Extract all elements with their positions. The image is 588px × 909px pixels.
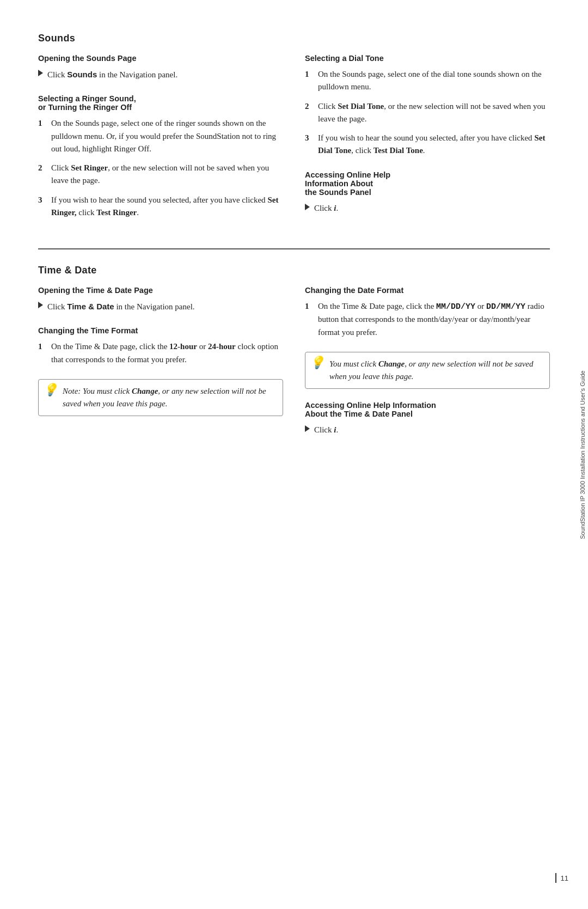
bullet-triangle [38, 70, 43, 76]
date-format-list: 1 On the Time & Date page, click the MM/… [305, 300, 550, 339]
sounds-help-triangle [305, 204, 310, 210]
ringer-sound-text-2: Click Set Ringer, or the new selection w… [51, 162, 283, 187]
dial-tone-item-3: 3 If you wish to hear the sound you sele… [305, 132, 550, 157]
ringer-sound-num-2: 2 [38, 162, 47, 174]
sounds-bold-link: Sounds [67, 70, 97, 79]
time-date-section: Time & Date Opening the Time & Date Page… [38, 265, 550, 450]
ringer-sound-block: Selecting a Ringer Sound,or Turning the … [38, 94, 283, 219]
ringer-sound-num-1: 1 [38, 117, 47, 130]
timedate-help-title: Accessing Online Help InformationAbout t… [305, 401, 550, 418]
test-dial-tone-bold: Test Dial Tone [373, 146, 423, 155]
test-ringer-bold: Test Ringer [96, 208, 137, 217]
set-dial-tone-bold: Set Dial Tone [338, 102, 384, 111]
time-format-title: Changing the Time Format [38, 326, 283, 335]
bulb-icon-left: 💡 [43, 384, 58, 396]
ringer-sound-title: Selecting a Ringer Sound,or Turning the … [38, 94, 283, 112]
dial-tone-block: Selecting a Dial Tone 1 On the Sounds pa… [305, 54, 550, 157]
opening-sounds-block: Opening the Sounds Page Click Sounds in … [38, 54, 283, 81]
time-format-text-1: On the Time & Date page, click the 12-ho… [51, 340, 283, 366]
ringer-sound-item-3: 3 If you wish to hear the sound you sele… [38, 194, 283, 219]
12-hour-bold: 12-hour [169, 342, 197, 351]
opening-timedate-triangle [38, 302, 43, 308]
time-date-bold-link: Time & Date [67, 302, 114, 311]
ringer-sound-item-1: 1 On the Sounds page, select one of the … [38, 117, 283, 155]
ringer-sound-text-1: On the Sounds page, select one of the ri… [51, 117, 283, 155]
time-format-block: Changing the Time Format 1 On the Time &… [38, 326, 283, 366]
dial-tone-num-2: 2 [305, 100, 314, 113]
timedate-help-block: Accessing Online Help InformationAbout t… [305, 401, 550, 436]
timedate-help-triangle [305, 425, 310, 432]
page-number-area: 11 [555, 873, 568, 883]
opening-timedate-block: Opening the Time & Date Page Click Time … [38, 286, 283, 313]
ringer-sound-num-3: 3 [38, 194, 47, 206]
sounds-title: Sounds [38, 33, 550, 44]
sounds-help-title: Accessing Online HelpInformation Aboutth… [305, 170, 550, 197]
sounds-two-col: Opening the Sounds Page Click Sounds in … [38, 54, 550, 232]
opening-timedate-text: Click Time & Date in the Navigation pane… [47, 300, 195, 313]
time-format-num-1: 1 [38, 340, 47, 353]
date-format-note-text: You must click Change, or any new select… [329, 359, 533, 381]
time-format-note-text: Note: You must click Change, or any new … [63, 387, 266, 408]
ringer-sound-text-3: If you wish to hear the sound you select… [51, 194, 283, 219]
dial-tone-text-2: Click Set Dial Tone, or the new selectio… [318, 100, 550, 126]
sounds-help-block: Accessing Online HelpInformation Aboutth… [305, 170, 550, 215]
date-format-title: Changing the Date Format [305, 286, 550, 295]
sounds-help-text: Click i. [314, 202, 338, 215]
ringer-sound-list: 1 On the Sounds page, select one of the … [38, 117, 283, 219]
opening-timedate-title: Opening the Time & Date Page [38, 286, 283, 295]
time-date-two-col: Opening the Time & Date Page Click Time … [38, 286, 550, 450]
24-hour-bold: 24-hour [208, 342, 236, 351]
time-format-note-box: 💡 Note: You must click Change, or any ne… [38, 379, 283, 417]
set-ringer-bold: Set Ringer [71, 163, 108, 172]
mmddyy-bold: MM/DD/YY [436, 302, 475, 312]
dial-tone-text-3: If you wish to hear the sound you select… [318, 132, 550, 157]
time-format-item-1: 1 On the Time & Date page, click the 12-… [38, 340, 283, 366]
ringer-sound-item-2: 2 Click Set Ringer, or the new selection… [38, 162, 283, 187]
dial-tone-text-1: On the Sounds page, select one of the di… [318, 68, 550, 94]
dial-tone-title: Selecting a Dial Tone [305, 54, 550, 63]
time-date-right-col: Changing the Date Format 1 On the Time &… [305, 286, 550, 450]
opening-timedate-bullet: Click Time & Date in the Navigation pane… [38, 300, 283, 313]
dial-tone-list: 1 On the Sounds page, select one of the … [305, 68, 550, 157]
time-date-title: Time & Date [38, 265, 550, 276]
ddmmyy-bold: DD/MM/YY [486, 302, 525, 312]
dial-tone-num-3: 3 [305, 132, 314, 144]
sounds-right-col: Selecting a Dial Tone 1 On the Sounds pa… [305, 54, 550, 232]
opening-sounds-title: Opening the Sounds Page [38, 54, 283, 63]
page-num-bar [555, 873, 556, 883]
dial-tone-num-1: 1 [305, 68, 314, 81]
time-format-list: 1 On the Time & Date page, click the 12-… [38, 340, 283, 366]
date-format-text-1: On the Time & Date page, click the MM/DD… [318, 300, 550, 339]
timedate-help-bullet: Click i. [305, 424, 550, 436]
time-date-left-col: Opening the Time & Date Page Click Time … [38, 286, 283, 450]
sounds-help-bullet: Click i. [305, 202, 550, 215]
date-format-item-1: 1 On the Time & Date page, click the MM/… [305, 300, 550, 339]
date-format-block: Changing the Date Format 1 On the Time &… [305, 286, 550, 339]
bulb-icon-right: 💡 [310, 357, 324, 369]
sounds-left-col: Opening the Sounds Page Click Sounds in … [38, 54, 283, 232]
date-format-num-1: 1 [305, 300, 314, 313]
sounds-section: Sounds Opening the Sounds Page Click Sou… [38, 33, 550, 232]
sidebar-text: SoundStation IP 3000 Installation Instru… [579, 370, 586, 539]
section-divider [38, 248, 550, 249]
dial-tone-item-1: 1 On the Sounds page, select one of the … [305, 68, 550, 94]
sidebar-wrapper: SoundStation IP 3000 Installation Instru… [573, 0, 588, 909]
date-format-note-box: 💡 You must click Change, or any new sele… [305, 352, 550, 389]
page-number: 11 [561, 874, 568, 882]
dial-tone-item-2: 2 Click Set Dial Tone, or the new select… [305, 100, 550, 126]
opening-sounds-bullet: Click Sounds in the Navigation panel. [38, 68, 283, 81]
opening-sounds-text: Click Sounds in the Navigation panel. [47, 68, 177, 81]
set-ringer-bold-2: Set Ringer, [51, 196, 278, 217]
set-dial-tone-bold-2: Set Dial Tone [318, 133, 545, 155]
timedate-help-text: Click i. [314, 424, 338, 436]
